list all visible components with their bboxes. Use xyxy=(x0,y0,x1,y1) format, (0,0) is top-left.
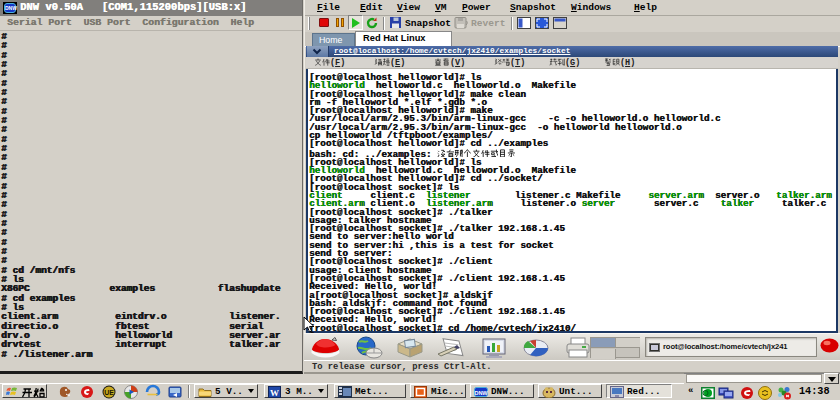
svg-text:UE: UE xyxy=(104,389,114,396)
svg-text:DNW: DNW xyxy=(474,390,488,396)
svg-text:W: W xyxy=(270,388,279,398)
